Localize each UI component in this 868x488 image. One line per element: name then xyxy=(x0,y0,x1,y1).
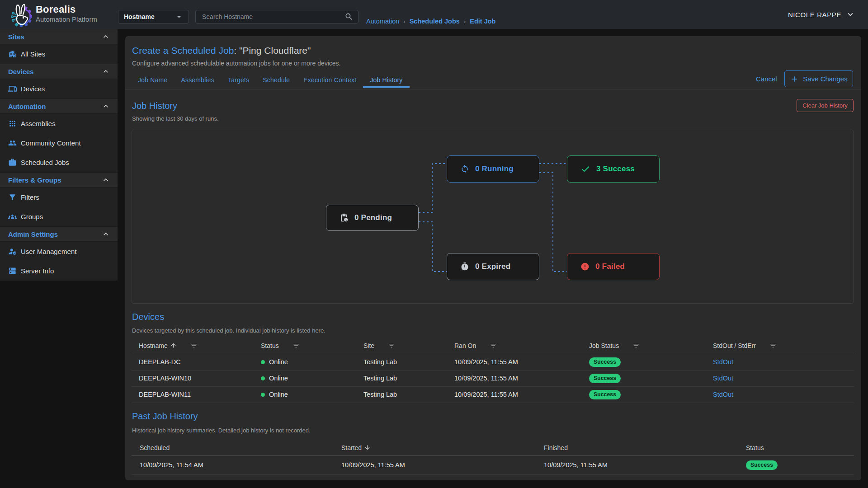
cell-job-status: Success xyxy=(589,354,621,370)
sidebar-section-automation[interactable]: Automation xyxy=(0,99,118,114)
arrow-down-icon xyxy=(364,444,371,451)
flow-node-failed: 0 Failed xyxy=(567,253,660,280)
filter-list-icon xyxy=(292,342,300,349)
stdout-link[interactable]: StdOut xyxy=(713,375,733,382)
expired-label: Expired xyxy=(482,262,511,271)
cancel-button[interactable]: Cancel xyxy=(756,74,777,84)
sidebar-item-groups[interactable]: Groups xyxy=(0,207,118,226)
success-badge: Success xyxy=(589,390,621,399)
sidebar-section-filters-groups[interactable]: Filters & Groups xyxy=(0,172,118,188)
sidebar-item-label: Server Info xyxy=(21,267,54,275)
cell-hostname: DEEPLAB-WIN11 xyxy=(139,386,191,403)
tab-assemblies[interactable]: Assemblies xyxy=(174,71,221,89)
device-row[interactable]: DEEPLAB-DCOnlineTesting Lab10/09/2025, 1… xyxy=(132,354,854,370)
column-header-label: Ran On xyxy=(454,342,476,349)
error-icon xyxy=(580,262,590,271)
online-status-dot xyxy=(261,393,265,397)
sidebar-item-label: Scheduled Jobs xyxy=(21,159,69,166)
flow-node-expired: 0 Expired xyxy=(447,253,539,280)
cell-started: 10/09/2025, 11:55 AM xyxy=(341,455,405,474)
success-badge: Success xyxy=(589,357,621,367)
success-badge: Success xyxy=(746,460,778,470)
sidebar-section-devices[interactable]: Devices xyxy=(0,64,118,79)
cell-job-status: Success xyxy=(589,370,621,386)
hostname-select[interactable]: Hostname xyxy=(118,10,189,23)
sidebar-section-sites[interactable]: Sites xyxy=(0,29,118,44)
grid-icon xyxy=(8,119,17,128)
past-job-row[interactable]: 10/09/2025, 11:54 AM10/09/2025, 11:55 AM… xyxy=(132,455,854,474)
sidebar-item-devices[interactable]: Devices xyxy=(0,79,118,99)
flow-node-running: 0 Running xyxy=(447,155,539,183)
breadcrumb-scheduled-jobs[interactable]: Scheduled Jobs xyxy=(410,18,460,25)
chevron-down-icon xyxy=(845,9,855,19)
running-count: 0 xyxy=(475,164,480,173)
column-header-label: Site xyxy=(363,342,374,349)
expired-count: 0 xyxy=(475,262,480,271)
tab-schedule[interactable]: Schedule xyxy=(256,71,297,89)
pending-label: Pending xyxy=(361,213,392,222)
device-row[interactable]: DEEPLAB-WIN11OnlineTesting Lab10/09/2025… xyxy=(132,386,854,403)
user-gear-icon xyxy=(8,247,17,256)
cell-site: Testing Lab xyxy=(363,370,397,386)
flow-node-success: 3 Success xyxy=(567,155,660,183)
divider xyxy=(132,474,854,475)
column-header-label: Scheduled xyxy=(140,444,170,451)
tab-targets[interactable]: Targets xyxy=(221,71,256,89)
user-menu[interactable]: NICOLE RAPPE xyxy=(788,0,855,29)
sidebar-item-scheduled-jobs[interactable]: Scheduled Jobs xyxy=(0,153,118,172)
column-header-label: Finished xyxy=(544,444,568,451)
stdout-link[interactable]: StdOut xyxy=(713,358,733,366)
clear-job-history-button[interactable]: Clear Job History xyxy=(797,99,854,112)
check-icon xyxy=(580,164,590,174)
server-icon xyxy=(8,267,17,275)
sidebar-item-community-content[interactable]: Community Content xyxy=(0,133,118,153)
running-label: Running xyxy=(482,164,514,173)
sidebar-item-assemblies[interactable]: Assemblies xyxy=(0,114,118,133)
breadcrumb-edit-job[interactable]: Edit Job xyxy=(470,18,495,25)
column-header-label: Job Status xyxy=(589,342,619,349)
page-title: Create a Scheduled Job: "Ping Cloudflare… xyxy=(132,43,311,58)
save-changes-button[interactable]: Save Changes xyxy=(784,70,853,87)
failed-label: Failed xyxy=(602,262,625,271)
sidebar-section-label: Filters & Groups xyxy=(8,176,61,184)
sidebar-section-label: Sites xyxy=(8,33,24,41)
failed-count: 0 xyxy=(595,262,600,271)
success-badge: Success xyxy=(589,374,621,383)
breadcrumb-automation[interactable]: Automation xyxy=(366,18,399,25)
tab-label: Job Name xyxy=(138,76,167,84)
past-job-history-heading: Past Job History xyxy=(132,411,198,422)
tab-job-history[interactable]: Job History xyxy=(363,71,409,89)
stdout-link[interactable]: StdOut xyxy=(713,391,733,398)
device-row[interactable]: DEEPLAB-WIN10OnlineTesting Lab10/09/2025… xyxy=(132,370,854,386)
sidebar-item-server-info[interactable]: Server Info xyxy=(0,261,118,281)
sidebar-item-filters[interactable]: Filters xyxy=(0,188,118,207)
cell-ran-on: 10/09/2025, 11:55 AM xyxy=(454,386,518,403)
people-icon xyxy=(8,139,17,147)
sidebar-item-label: Assemblies xyxy=(21,120,56,127)
page-title-prefix: Create a Scheduled Job xyxy=(132,45,234,56)
tab-label: Schedule xyxy=(263,76,290,84)
search-input[interactable] xyxy=(202,13,344,20)
tab-job-name[interactable]: Job Name xyxy=(131,71,174,89)
cell-scheduled: 10/09/2025, 11:54 AM xyxy=(140,455,203,474)
briefcase-icon xyxy=(8,158,17,167)
sidebar-item-user-management[interactable]: User Management xyxy=(0,242,118,261)
tab-execution-context[interactable]: Execution Context xyxy=(297,71,363,89)
column-header-label: Status xyxy=(261,342,279,349)
search-icon[interactable] xyxy=(344,12,354,21)
sidebar-section-label: Automation xyxy=(8,103,46,110)
column-header-label: Started xyxy=(341,444,362,451)
chevron-up-icon xyxy=(101,102,110,111)
status-text: Online xyxy=(269,358,288,366)
sidebar-section-label: Admin Settings xyxy=(8,230,58,238)
sidebar-item-label: Devices xyxy=(21,85,45,93)
groups-icon xyxy=(8,212,17,221)
tab-label: Targets xyxy=(228,76,249,84)
filter-list-icon xyxy=(632,342,640,349)
sidebar-section-admin-settings[interactable]: Admin Settings xyxy=(0,226,118,242)
devices-heading: Devices xyxy=(132,311,164,322)
page-title-suffix: : "Ping Cloudflare" xyxy=(234,45,311,56)
cell-hostname: DEEPLAB-DC xyxy=(139,354,181,370)
cell-status: Online xyxy=(261,354,288,370)
sidebar-item-all-sites[interactable]: All Sites xyxy=(0,44,118,64)
